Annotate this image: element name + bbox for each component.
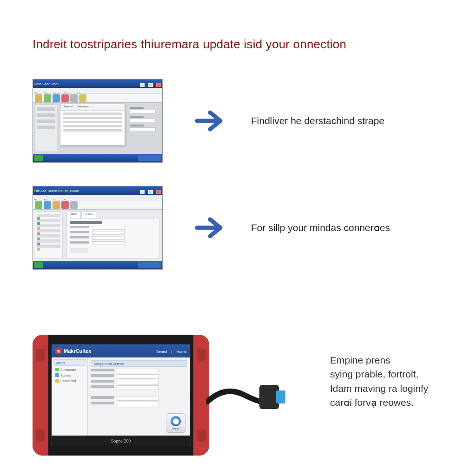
text-input[interactable] [92, 226, 125, 230]
form-fields [130, 105, 158, 131]
form-area: Home Queue Sebourticartiern [66, 212, 159, 259]
text-input[interactable] [117, 396, 159, 401]
dialog: General Advanced [60, 104, 125, 145]
toolbar-icon[interactable] [44, 94, 51, 102]
toolbar-icon[interactable] [61, 201, 69, 209]
toolbar [33, 200, 162, 210]
toolbar-icon[interactable] [70, 94, 78, 102]
toolbar-icon[interactable] [35, 94, 42, 102]
screenshot-1: Data Snaz Thou – □ × File Edit View Tool… [33, 79, 163, 163]
sidebar-group[interactable]: Unsds [53, 359, 86, 366]
toolbar-icon[interactable] [79, 94, 86, 102]
system-tray[interactable] [138, 155, 161, 161]
step-2: File Ase Seare Reuen Tuoce – □ × File Ed… [33, 186, 390, 270]
step-3-text: Empine prens sying prable, fortrolt, Ida… [330, 353, 469, 410]
header-link[interactable]: I [171, 350, 172, 354]
diagnostic-tablet: ⊞ MakrCuitex Eened I Home Unsds Eurocone… [33, 335, 209, 456]
menubar[interactable]: File Edit View Tools [33, 195, 162, 200]
toolbar-icon[interactable] [35, 201, 42, 209]
tablet-screen: ⊞ MakrCuitex Eened I Home Unsds Eurocone… [51, 344, 191, 446]
arrow-right-icon [195, 215, 228, 241]
tablet-footer: Sopne 200 [52, 436, 190, 446]
tab-strip[interactable]: Home Queue [66, 212, 159, 218]
toolbar-icon[interactable] [53, 94, 60, 102]
close-icon[interactable]: × [156, 190, 161, 194]
home-brand: Sopne 200 [111, 438, 131, 443]
step-1: Data Snaz Thou – □ × File Edit View Tool… [33, 79, 384, 163]
tree-panel [35, 212, 63, 259]
text-input[interactable] [117, 369, 159, 373]
page-title: Indreit toostriparies thiuremara update … [33, 37, 346, 52]
window-titlebar: File Ase Seare Reuen Tuoce – □ × [33, 186, 162, 195]
sidebar-item[interactable]: Euroconee [53, 367, 86, 372]
toolbar-icon[interactable] [44, 201, 51, 209]
tab[interactable]: Queue [81, 212, 96, 218]
step-3: ⊞ MakrCuitex Eened I Home Unsds Eurocone… [33, 335, 209, 456]
submit-button[interactable] [70, 248, 88, 252]
panel-header: Neegart-heh Atranen [91, 360, 187, 367]
tab[interactable]: Advanced [75, 104, 93, 110]
side-panel [35, 105, 57, 152]
sidebar-item[interactable]: Ssooleerer [53, 378, 86, 383]
minimize-icon[interactable]: – [139, 190, 145, 194]
maximize-icon[interactable]: □ [148, 83, 153, 87]
text-input[interactable] [117, 385, 159, 390]
text-input[interactable] [117, 380, 159, 384]
window-body: General Advanced [33, 103, 162, 154]
system-tray[interactable] [138, 262, 161, 268]
text-input[interactable] [130, 127, 156, 131]
taskbar [33, 154, 162, 162]
app-header: ⊞ MakrCuitex Eened I Home [52, 344, 190, 357]
text-input[interactable] [130, 119, 156, 122]
toolbar [33, 93, 162, 103]
text-input[interactable] [130, 110, 156, 113]
dialog-tabs[interactable]: General Advanced [60, 104, 125, 111]
step-1-text: Findliver he derstachind strape [251, 115, 384, 126]
tab[interactable]: General [60, 104, 75, 110]
text-input[interactable] [117, 374, 159, 379]
maximize-icon[interactable]: □ [148, 190, 153, 194]
toolbar-icon[interactable] [53, 201, 60, 209]
section-header: Sebourticartiern [70, 221, 102, 224]
brand-label: ⊞ MakrCuitex [55, 348, 91, 354]
text-input[interactable] [92, 231, 125, 235]
header-links[interactable]: Eened I Home [153, 348, 186, 354]
header-link[interactable]: Eened [156, 350, 167, 354]
close-icon[interactable]: × [156, 83, 161, 87]
menubar[interactable]: File Edit View Tools Help [33, 88, 162, 93]
toolbar-icon[interactable] [61, 94, 69, 102]
text-input[interactable] [117, 402, 159, 406]
main-panel: Neegart-heh Atranen ⬤ Atilaat0 [88, 357, 190, 436]
text-input[interactable] [92, 236, 125, 240]
sidebar: Unsds Euroconee Susnes Ssooleerer [52, 357, 88, 436]
screenshot-2: File Ase Seare Reuen Tuoce – □ × File Ed… [33, 186, 163, 270]
window-body: Home Queue Sebourticartiern [33, 210, 162, 261]
tab[interactable]: Home [66, 212, 80, 218]
arrow-right-icon [195, 108, 228, 134]
start-button[interactable] [34, 155, 43, 161]
pin-icon: ⬤ [171, 416, 181, 426]
text-input[interactable] [92, 241, 125, 245]
taskbar [33, 261, 162, 269]
obd-connector-icon [259, 385, 279, 409]
sidebar-item[interactable]: Susnes [53, 372, 86, 378]
start-button[interactable] [34, 262, 43, 268]
brand-logo-icon: ⊞ [55, 348, 62, 354]
window-title: File Ase Seare Reuen Tuoce [34, 189, 79, 192]
window-title: Data Snaz Thou [34, 82, 60, 86]
header-link[interactable]: Home [177, 350, 186, 354]
app-badge[interactable]: ⬤ Atilaat0 [166, 413, 185, 433]
toolbar-icon[interactable] [70, 201, 78, 209]
minimize-icon[interactable]: – [139, 83, 145, 87]
window-titlebar: Data Snaz Thou – □ × [33, 79, 162, 88]
step-2-text: For sillp your mindas connerɑes [251, 222, 390, 233]
